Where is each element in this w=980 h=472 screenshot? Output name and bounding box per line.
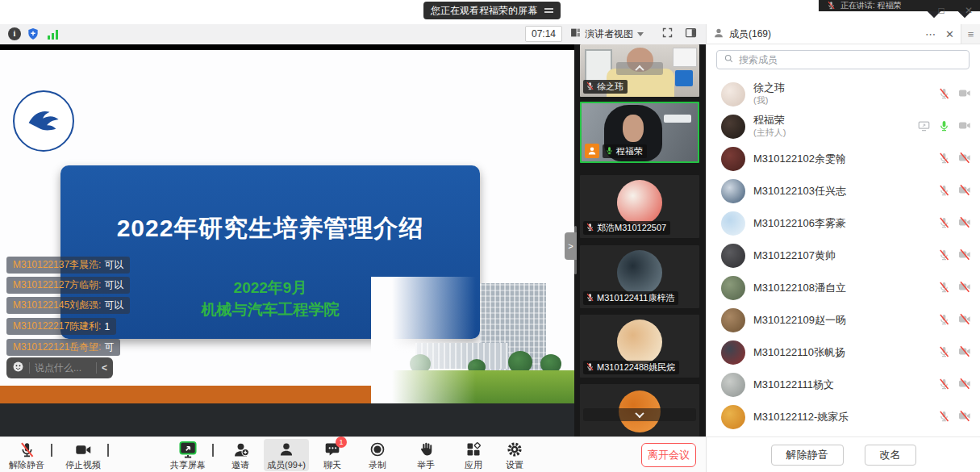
video-thumbnail[interactable]: 徐之玮 <box>580 44 699 97</box>
meeting-info-icon[interactable]: i <box>8 27 21 40</box>
members-icon <box>264 441 309 458</box>
video-thumbnail[interactable]: M310122488姚民烷 <box>580 315 699 378</box>
panel-menu-icon[interactable]: ⋯ <box>925 28 936 40</box>
mic-on-icon <box>938 119 950 134</box>
member-status-icons <box>938 410 971 425</box>
participant-name: 郑浩M310122507 <box>597 222 666 234</box>
mic-on-icon <box>605 146 614 157</box>
member-status-icons <box>938 152 971 167</box>
view-mode-label: 演讲者视图 <box>585 27 633 41</box>
chat-message: M310122137李晨浩:可以 <box>6 257 130 274</box>
muted-mic-icon <box>586 362 594 373</box>
chevron-up-icon[interactable] <box>51 445 59 452</box>
apps-icon <box>451 441 496 458</box>
toolbar-item-record[interactable]: 录制 <box>355 439 400 471</box>
muted-mic-icon <box>938 410 950 424</box>
video-thumbnail[interactable]: M310122411康梓浩 <box>580 245 699 308</box>
panel-hamburger-icon[interactable]: ≡ <box>961 24 980 44</box>
fullscreen-icon[interactable] <box>661 27 673 41</box>
shared-screen-area: 2022年研究生培养管理介绍 2022年9月 机械与汽车工程学院 M310122… <box>0 44 574 436</box>
chat-icon: 1 <box>310 441 355 458</box>
chat-text: 可以 <box>104 258 123 272</box>
member-status-icons <box>938 184 971 199</box>
member-row[interactable]: M310122107黄帅 <box>707 240 980 272</box>
toolbar-item-share-screen[interactable]: 共享屏幕 <box>165 439 211 471</box>
chevron-up-icon[interactable] <box>107 445 115 452</box>
avatar <box>721 340 745 365</box>
toolbar-item-members[interactable]: 成员(99+) <box>264 439 309 471</box>
camera-off-icon <box>958 313 971 328</box>
member-row[interactable]: (主持人)程福荣 <box>707 111 980 143</box>
toolbar-item-chat[interactable]: 1聊天 <box>310 439 355 471</box>
video-thumbnail[interactable]: 程福荣 <box>580 102 699 163</box>
watching-banner-label: 您正在观看程福荣的屏幕 <box>431 4 537 18</box>
member-name: 程福荣 <box>753 113 785 127</box>
slide-title: 2022年研究生培养管理介绍 <box>60 212 480 245</box>
scroll-down-button[interactable] <box>583 408 696 421</box>
avatar <box>721 147 745 171</box>
toolbar-item-camera[interactable]: 停止视频 <box>60 439 106 471</box>
members-panel: 搜索成员 (我)徐之玮(主持人)程福荣M310122102余雯翰M3101221… <box>706 44 980 436</box>
video-thumbnail[interactable] <box>580 384 699 436</box>
toolbar-item-apps[interactable]: 应用 <box>451 439 496 471</box>
thumbnail-strip-collapse-handle[interactable]: > <box>565 232 577 260</box>
search-icon <box>724 53 734 66</box>
member-row[interactable]: M310122109赵一旸 <box>707 304 980 336</box>
view-mode-button[interactable]: 演讲者视图 <box>570 26 644 42</box>
member-row[interactable]: M310122102余雯翰 <box>707 143 980 175</box>
muted-mic-icon <box>938 249 950 263</box>
mic-muted-icon <box>4 441 49 458</box>
banner-list-icon[interactable] <box>544 8 553 13</box>
chat-collapse-icon[interactable]: < <box>102 362 107 374</box>
chat-text: 可 <box>104 340 114 354</box>
speaking-banner-label: 正在讲话: 程福荣 <box>840 0 902 11</box>
chevron-down-icon <box>637 32 644 36</box>
member-row[interactable]: M310122112-姚家乐 <box>707 401 980 433</box>
toolbar-item-raise-hand[interactable]: 举手 <box>403 439 448 471</box>
member-row[interactable]: M310122108潘自立 <box>707 272 980 304</box>
emoji-icon[interactable] <box>12 361 24 375</box>
video-thumbnail[interactable]: 郑浩M310122507 <box>580 175 699 238</box>
member-row[interactable]: M310122103任兴志 <box>707 175 980 207</box>
security-shield-icon[interactable] <box>27 27 40 43</box>
meeting-titlebar: 您正在观看程福荣的屏幕 正在讲话: 程福荣 □ ✕ <box>0 0 980 24</box>
chat-input-placeholder[interactable]: 说点什么... <box>35 361 91 375</box>
camera-off-icon <box>958 281 971 296</box>
chat-text: 1 <box>104 321 110 332</box>
member-status-icons <box>938 281 971 296</box>
member-row[interactable]: M310122110张帆扬 <box>707 336 980 369</box>
member-row[interactable]: M310122106李雾豪 <box>707 207 980 240</box>
member-name: M310122112-姚家乐 <box>753 410 849 424</box>
muted-mic-icon <box>938 87 950 102</box>
rename-button[interactable]: 改名 <box>865 445 916 466</box>
leave-meeting-button[interactable]: 离开会议 <box>641 443 696 467</box>
toolbar-item-invite[interactable]: 邀请 <box>218 439 263 471</box>
member-name: M310122102余雯翰 <box>753 152 846 166</box>
avatar <box>721 405 745 429</box>
avatar <box>721 115 745 139</box>
participant-name: M310122411康梓浩 <box>597 292 674 304</box>
participant-name-tag: M310122488姚民烷 <box>583 361 679 374</box>
toolbar-item-settings[interactable]: 设置 <box>492 439 537 471</box>
participant-name: 程福荣 <box>616 145 643 157</box>
maximize-icon[interactable]: □ <box>934 4 949 17</box>
close-window-icon[interactable]: ✕ <box>961 4 976 17</box>
panel-close-icon[interactable]: ✕ <box>945 28 954 40</box>
camera-icon <box>60 441 106 458</box>
camera-off-icon <box>958 152 971 167</box>
member-row[interactable]: M310122111杨文 <box>707 369 980 401</box>
campus-photo <box>371 277 574 403</box>
chat-input-bar[interactable]: 说点什么... < <box>6 357 113 378</box>
member-status-icons <box>938 216 971 232</box>
watching-screen-banner[interactable]: 您正在观看程福荣的屏幕 <box>423 2 561 19</box>
camera-off-icon <box>958 184 971 199</box>
member-row[interactable]: (我)徐之玮 <box>707 78 980 111</box>
sidebar-toggle-icon[interactable] <box>685 27 697 41</box>
toolbar-item-mic-muted[interactable]: 解除静音 <box>4 439 49 471</box>
raise-hand-icon <box>403 441 448 458</box>
unmute-all-button[interactable]: 解除静音 <box>771 445 844 466</box>
member-status-icons <box>938 378 971 393</box>
scroll-up-button[interactable] <box>616 62 663 75</box>
member-search-input[interactable]: 搜索成员 <box>716 50 970 69</box>
muted-mic-icon <box>586 223 594 233</box>
